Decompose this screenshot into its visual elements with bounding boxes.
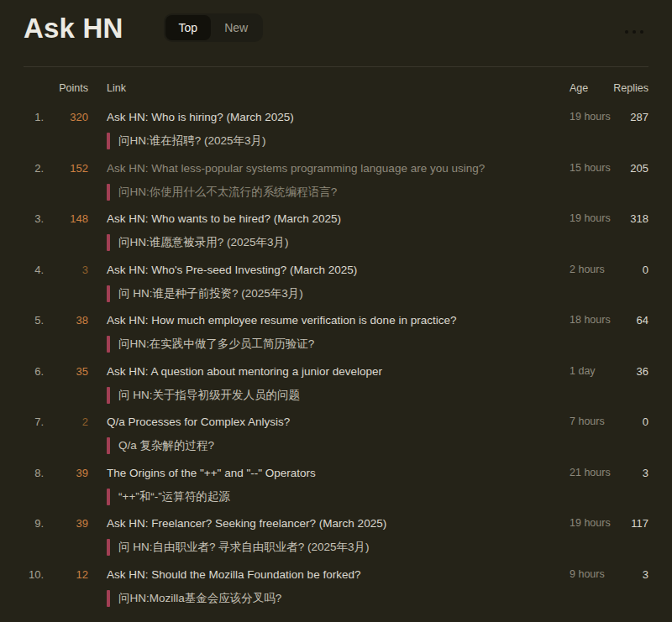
translation-accent-bar (107, 437, 110, 454)
overflow-menu-icon[interactable] (622, 27, 647, 37)
post-translation-line: 问 HN:自由职业者? 寻求自由职业者? (2025年3月) (107, 539, 570, 556)
translation-accent-bar (107, 539, 110, 556)
header-bar: Ask HN Top New (24, 0, 648, 67)
post-row: 5. 38 Ask HN: How much employee resume v… (24, 307, 648, 358)
post-age: 7 hours (570, 414, 613, 430)
post-row: 7. 2 Q/a Processes for Complex Anlysis? … (24, 409, 648, 460)
post-rank: 9. (24, 515, 44, 531)
post-list: 1. 320 Ask HN: Who is hiring? (March 202… (24, 104, 648, 612)
post-row: 6. 35 Ask HN: A question about mentoring… (24, 358, 648, 410)
post-title-link[interactable]: Q/a Processes for Complex Anlysis? (107, 414, 570, 430)
post-main: Q/a Processes for Complex Anlysis? Q/a 复… (88, 414, 570, 454)
post-age: 1 day (570, 363, 613, 379)
post-age: 2 hours (570, 262, 613, 278)
post-translation: 问 HN:谁是种子前投资? (2025年3月) (118, 285, 303, 302)
column-header-link: Link (88, 82, 570, 94)
post-title-link[interactable]: The Origins of the "++" and "--" Operato… (107, 465, 570, 481)
page-title: Ask HN (24, 13, 123, 44)
column-header-points: Points (24, 82, 88, 94)
column-header-age: Age (570, 82, 613, 94)
post-age: 19 hours (570, 515, 613, 531)
column-header-replies: Replies (613, 82, 648, 94)
post-row: 3. 148 Ask HN: Who wants to be hired? (M… (24, 206, 648, 257)
post-main: Ask HN: Who's Pre-seed Investing? (March… (88, 262, 570, 302)
post-title-link[interactable]: Ask HN: Freelancer? Seeking freelancer? … (107, 515, 570, 531)
post-replies: 64 (613, 312, 648, 328)
post-translation: 问HN:谁愿意被录用? (2025年3月) (118, 234, 289, 251)
translation-accent-bar (107, 234, 110, 251)
translation-accent-bar (107, 387, 110, 404)
post-translation: “++”和“-”运算符的起源 (118, 489, 230, 505)
post-translation: Q/a 复杂解的过程? (118, 437, 214, 454)
post-points: 35 (44, 363, 88, 379)
post-title-link[interactable]: Ask HN: What less-popular systems progra… (107, 160, 570, 176)
post-rank: 6. (24, 363, 44, 379)
post-translation: 问HN:你使用什么不太流行的系统编程语言? (118, 184, 337, 201)
post-main: Ask HN: A question about mentoring a jun… (88, 363, 570, 404)
post-points: 39 (44, 515, 88, 531)
post-row: 8. 39 The Origins of the "++" and "--" O… (24, 460, 648, 511)
post-translation-line: 问HN:Mozilla基金会应该分叉吗? (107, 590, 570, 607)
post-translation: 问 HN:自由职业者? 寻求自由职业者? (2025年3月) (118, 539, 370, 556)
post-age: 21 hours (570, 465, 613, 481)
tab-new[interactable]: New (211, 15, 261, 40)
post-age: 9 hours (570, 567, 613, 583)
post-age: 18 hours (570, 312, 613, 328)
post-points: 39 (44, 465, 88, 481)
post-rank: 5. (24, 312, 44, 328)
ask-hn-page: Ask HN Top New Points Link Age Replies 1… (0, 0, 672, 622)
table-header-row: Points Link Age Replies (24, 67, 648, 104)
post-replies: 36 (613, 363, 648, 379)
post-age: 19 hours (570, 211, 613, 227)
post-translation-line: 问HN:在实践中做了多少员工简历验证? (107, 336, 570, 353)
post-points: 148 (44, 211, 88, 227)
tab-top[interactable]: Top (165, 15, 212, 40)
post-translation-line: 问HN:谁在招聘? (2025年3月) (107, 133, 570, 149)
post-rank: 4. (24, 262, 44, 278)
translation-accent-bar (107, 590, 110, 607)
translation-accent-bar (107, 184, 110, 201)
post-replies: 287 (613, 109, 648, 125)
post-translation: 问 HN:关于指导初级开发人员的问题 (118, 387, 300, 404)
post-main: Ask HN: Who is hiring? (March 2025) 问HN:… (88, 109, 570, 149)
post-points: 38 (44, 312, 88, 328)
translation-accent-bar (107, 133, 110, 149)
post-title-link[interactable]: Ask HN: How much employee resume verific… (107, 312, 570, 328)
post-title-link[interactable]: Ask HN: A question about mentoring a jun… (107, 363, 570, 379)
translation-accent-bar (107, 336, 110, 353)
post-main: Ask HN: How much employee resume verific… (88, 312, 570, 353)
top-new-tab-group: Top New (164, 13, 264, 42)
post-title-link[interactable]: Ask HN: Who wants to be hired? (March 20… (107, 211, 570, 227)
post-replies: 0 (613, 262, 648, 278)
post-rank: 1. (24, 109, 44, 125)
post-row: 1. 320 Ask HN: Who is hiring? (March 202… (24, 104, 648, 155)
post-age: 19 hours (570, 109, 613, 125)
post-translation-line: 问HN:谁愿意被录用? (2025年3月) (107, 234, 570, 251)
post-replies: 205 (613, 160, 648, 176)
post-age: 15 hours (570, 160, 613, 176)
post-points: 12 (44, 567, 88, 583)
post-rank: 2. (24, 160, 44, 176)
post-title-link[interactable]: Ask HN: Should the Mozilla Foundation be… (107, 567, 570, 583)
post-title-link[interactable]: Ask HN: Who is hiring? (March 2025) (107, 109, 570, 125)
post-translation-line: 问 HN:谁是种子前投资? (2025年3月) (107, 285, 570, 302)
post-rank: 7. (24, 414, 44, 430)
post-translation: 问HN:谁在招聘? (2025年3月) (118, 133, 266, 149)
post-row: 4. 3 Ask HN: Who's Pre-seed Investing? (… (24, 257, 648, 308)
post-translation-line: 问 HN:关于指导初级开发人员的问题 (107, 387, 570, 404)
post-points: 152 (44, 160, 88, 176)
post-rank: 3. (24, 211, 44, 227)
post-rank: 10. (24, 567, 44, 583)
post-main: Ask HN: Who wants to be hired? (March 20… (88, 211, 570, 251)
post-translation: 问HN:Mozilla基金会应该分叉吗? (118, 590, 281, 607)
post-points: 3 (44, 262, 88, 278)
post-replies: 117 (613, 515, 648, 531)
post-title-link[interactable]: Ask HN: Who's Pre-seed Investing? (March… (107, 262, 570, 278)
post-translation-line: “++”和“-”运算符的起源 (107, 489, 570, 505)
post-row: 2. 152 Ask HN: What less-popular systems… (24, 155, 648, 206)
post-points: 2 (44, 414, 88, 430)
post-replies: 3 (613, 567, 648, 583)
post-translation: 问HN:在实践中做了多少员工简历验证? (118, 336, 314, 353)
post-translation-line: Q/a 复杂解的过程? (107, 437, 570, 454)
post-replies: 0 (613, 414, 648, 430)
